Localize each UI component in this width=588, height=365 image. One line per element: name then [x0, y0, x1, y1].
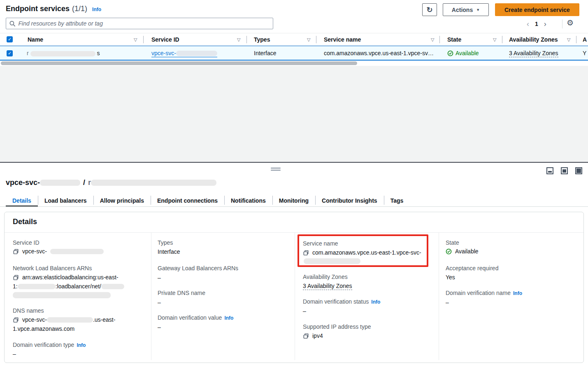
field-label-dns-names: DNS names — [13, 307, 44, 314]
panel-size-small-icon[interactable] — [546, 167, 553, 174]
column-header-availability-zones[interactable]: Availability Zones — [509, 36, 558, 43]
sort-icon-availability-zones[interactable]: ▽ — [567, 37, 570, 42]
field-value-service-id: vpce-svc- — [13, 248, 104, 255]
field-value-nlb-line3 — [13, 292, 111, 298]
status-available-icon — [447, 50, 453, 56]
pagination-prev-icon[interactable]: ‹ — [527, 20, 529, 28]
column-header-service-id[interactable]: Service ID — [151, 36, 179, 43]
field-value-supported-ip: ipv4 — [303, 332, 323, 339]
field-label-service-name: Service name — [303, 240, 338, 247]
copy-icon[interactable] — [13, 274, 19, 281]
field-value-types: Interface — [158, 248, 180, 255]
column-header-name[interactable]: Name — [28, 36, 43, 43]
horizontal-scrollbar-thumb[interactable] — [1, 61, 357, 65]
field-label-glb-arns: Gateway Load Balancers ARNs — [158, 265, 238, 271]
field-value-service-name-line2 — [304, 258, 360, 264]
row-service-id-link[interactable]: vpce-svc- — [151, 50, 217, 57]
column-divider — [295, 233, 295, 360]
actions-button[interactable]: Actions ▼ — [443, 3, 489, 16]
tab-monitoring[interactable]: Monitoring — [272, 194, 315, 207]
column-divider — [151, 233, 151, 360]
redacted-text — [47, 317, 93, 323]
column-divider — [439, 233, 439, 360]
settings-gear-icon[interactable]: ⚙ — [567, 18, 574, 28]
header-info-link[interactable]: Info — [92, 7, 101, 12]
details-card: Details Service ID vpce-svc- Network Loa… — [4, 212, 584, 363]
sort-icon-types[interactable]: ▽ — [307, 37, 310, 42]
copy-icon[interactable] — [303, 250, 309, 256]
info-link[interactable]: Info — [224, 315, 233, 321]
info-link[interactable]: Info — [371, 299, 380, 305]
tab-tags[interactable]: Tags — [384, 194, 410, 207]
create-endpoint-service-button[interactable]: Create endpoint service — [495, 3, 579, 16]
panel-title-prefix: vpce-svc- — [6, 178, 40, 187]
details-heading: Details — [13, 218, 37, 226]
split-panel-controls — [546, 167, 582, 174]
search-input[interactable] — [18, 20, 270, 27]
state-label: Available — [456, 50, 479, 56]
card-header-divider — [5, 232, 583, 233]
sort-icon-name[interactable]: ▽ — [134, 37, 137, 42]
column-divider — [502, 36, 502, 43]
table-row[interactable]: ✓ r s vpce-svc- Interface com.amazonaws.… — [0, 46, 588, 61]
pagination-next-icon[interactable]: › — [544, 20, 546, 28]
tab-endpoint-connections[interactable]: Endpoint connections — [151, 194, 224, 207]
copy-icon[interactable] — [13, 248, 19, 255]
resource-count: (1/1) — [72, 5, 87, 13]
row-name-fragment: r — [27, 50, 29, 56]
column-header-state[interactable]: State — [447, 36, 461, 43]
refresh-icon: ↻ — [426, 6, 432, 14]
field-label-acceptance-required: Acceptance required — [446, 265, 498, 271]
row-checkbox[interactable]: ✓ — [7, 50, 13, 56]
panel-size-large-icon[interactable] — [575, 167, 582, 174]
field-value-private-dns-name: – — [158, 299, 161, 306]
field-value-dns-line2: 1.vpce.amazonaws.com — [13, 325, 74, 332]
info-link[interactable]: Info — [77, 342, 86, 348]
copy-icon[interactable] — [303, 333, 309, 339]
panel-size-medium-icon[interactable] — [561, 167, 568, 174]
field-label-supported-ip: Supported IP address type — [303, 323, 371, 330]
column-header-service-name[interactable]: Service name — [324, 36, 361, 43]
table-header: ✓ Name ▽ Service ID ▽ Types ▽ Service na… — [0, 33, 588, 46]
field-value-state: Available — [446, 248, 479, 255]
status-available-icon — [446, 248, 452, 255]
column-header-types[interactable]: Types — [254, 36, 270, 43]
refresh-button[interactable]: ↻ — [422, 3, 437, 16]
info-link[interactable]: Info — [513, 290, 522, 296]
pagination-page-number[interactable]: 1 — [535, 21, 538, 27]
redacted-text — [176, 51, 217, 56]
row-service-name-cell: com.amazonaws.vpce.us-east-1.vpce-sv… — [324, 50, 436, 56]
tab-details[interactable]: Details — [6, 194, 38, 207]
field-value-glb-arns: – — [158, 274, 161, 281]
field-value-acceptance-required: Yes — [446, 274, 455, 281]
page-title: Endpoint services — [6, 5, 70, 13]
tab-allow-principals[interactable]: Allow principals — [93, 194, 151, 207]
tab-contributor-insights[interactable]: Contributor Insights — [315, 194, 384, 207]
redacted-text — [91, 180, 216, 186]
row-availability-zones-link[interactable]: 3 Availability Zones — [509, 50, 558, 56]
row-name-fragment: s — [97, 50, 100, 56]
sort-icon-service-name[interactable]: ▽ — [431, 37, 434, 42]
field-label-domain-verification-type: Domain verification typeInfo — [13, 342, 86, 348]
split-panel-drag-handle[interactable] — [271, 168, 281, 171]
copy-icon[interactable] — [13, 317, 19, 323]
page-header: Endpoint services (1/1) Info — [6, 5, 101, 13]
select-all-checkbox[interactable]: ✓ — [7, 36, 13, 42]
panel-title-fragment: r — [88, 178, 91, 187]
redacted-text — [50, 249, 104, 254]
search-box[interactable] — [6, 18, 273, 29]
redacted-text — [30, 51, 95, 56]
actions-label: Actions — [452, 7, 473, 13]
redacted-text — [101, 284, 124, 289]
field-label-private-dns-name: Private DNS name — [158, 290, 205, 296]
page-background-gap — [0, 66, 588, 162]
tab-load-balancers[interactable]: Load balancers — [38, 194, 93, 207]
sort-icon-state[interactable]: ▽ — [493, 37, 496, 42]
row-clipped-cell: Y — [583, 50, 586, 56]
tab-notifications[interactable]: Notifications — [224, 194, 272, 207]
column-divider — [439, 36, 440, 43]
field-label-domain-verification-name: Domain verification nameInfo — [446, 290, 522, 296]
sort-icon-service-id[interactable]: ▽ — [237, 37, 240, 42]
field-value-service-name: com.amazonaws.vpce.us-east-1.vpce-svc- — [303, 249, 421, 256]
field-value-availability-zones[interactable]: 3 Availability Zones — [303, 283, 352, 290]
